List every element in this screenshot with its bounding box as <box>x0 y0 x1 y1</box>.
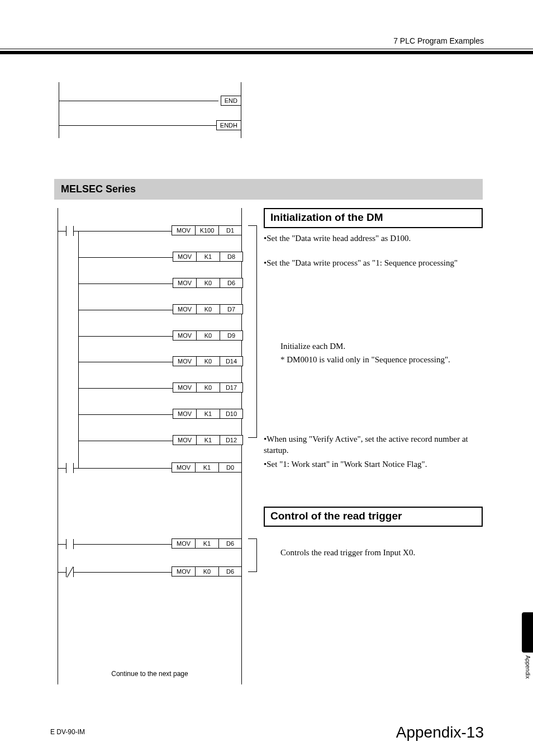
ibox-op: MOV <box>173 252 196 262</box>
ibox-arg1: K100 <box>195 225 218 235</box>
rung: MOV K0 D14 <box>78 362 242 362</box>
rung: MOV K0 D6 <box>78 284 242 284</box>
ibox-arg2: D8 <box>220 252 243 262</box>
chapter-label: 7 PLC Program Examples <box>0 36 533 49</box>
desc-text: •When using "Verify Active", set the act… <box>264 433 483 456</box>
ibox-arg2: D6 <box>220 278 243 288</box>
rung: MOV K0 D6 <box>58 572 241 573</box>
ibox-arg1: K1 <box>196 409 220 419</box>
ibox-arg2: D12 <box>220 435 243 445</box>
section-heading: MELSEC Series <box>54 179 483 200</box>
ibox-arg1: K0 <box>196 382 220 393</box>
ibox-op: MOV <box>173 278 196 288</box>
ladder-main: MOV K100 D1 MOV K1 D8 MOV K0 D6 MOV K0 D… <box>58 208 242 684</box>
ibox-arg2: D0 <box>218 462 242 472</box>
desc-text: •Set the "Data write process" as "1: Seq… <box>264 257 483 268</box>
ibox-arg2: D9 <box>220 330 243 341</box>
ibox-arg2: D6 <box>218 538 242 549</box>
ibox-arg2: D1 <box>218 225 242 235</box>
ibox-op: MOV <box>173 330 196 341</box>
description-column: Initialization of the DM •Set the "Data … <box>264 208 483 560</box>
ibox-op: MOV <box>173 382 196 393</box>
endh-instruction: ENDH <box>216 120 241 130</box>
bracket <box>248 225 257 438</box>
rung: MOV K0 D17 <box>78 388 242 389</box>
instruction-box: MOV K1 D0 <box>172 462 242 472</box>
contact-open <box>66 463 74 473</box>
desc-text: Controls the read trigger from Input X0. <box>280 547 483 558</box>
ladder-top: END ENDH <box>59 82 241 138</box>
desc-text: * DM0010 is valid only in "Sequence proc… <box>280 354 483 365</box>
ibox-op: MOV <box>172 225 195 235</box>
ibox-arg1: K1 <box>195 462 218 472</box>
contact-open <box>66 226 74 236</box>
instruction-box: MOV K1 D6 <box>172 538 242 549</box>
instruction-box: MOV K0 D14 <box>173 356 243 366</box>
desc-text: •Set "1: Work start" in "Work Start Noti… <box>264 459 483 470</box>
ibox-op: MOV <box>172 538 195 549</box>
instruction-box: MOV K0 D9 <box>173 330 243 341</box>
ibox-arg2: D10 <box>220 409 243 419</box>
desc-text: •Set the "Data write head address" as D1… <box>264 233 483 244</box>
rung: MOV K1 D10 <box>78 414 242 415</box>
instruction-box: MOV K0 D7 <box>173 304 243 314</box>
ibox-arg2: D6 <box>218 566 242 577</box>
rung: MOV K1 D12 <box>78 441 242 441</box>
header-rule-thin <box>0 49 533 49</box>
end-instruction: END <box>221 96 241 106</box>
continue-note: Continue to the next page <box>58 670 241 678</box>
ibox-op: MOV <box>173 304 196 314</box>
ibox-op: MOV <box>173 356 196 366</box>
rung: MOV K0 D9 <box>78 336 242 337</box>
desc-text: Initialize each DM. <box>280 341 483 352</box>
footer-doc-id: E DV-90-IM <box>50 728 85 736</box>
ibox-arg1: K0 <box>196 304 220 314</box>
ibox-arg1: K0 <box>196 278 220 288</box>
contact-closed <box>66 567 74 577</box>
rung: MOV K1 D8 <box>78 257 242 258</box>
header-rule-thick <box>0 51 533 54</box>
rung: MOV K1 D6 <box>58 544 241 545</box>
init-title: Initialization of the DM <box>264 208 483 228</box>
ibox-op: MOV <box>173 409 196 419</box>
ibox-arg2: D14 <box>220 356 243 366</box>
ctrl-title: Control of the read trigger <box>264 507 483 527</box>
rung: MOV K100 D1 <box>58 231 241 231</box>
instruction-box: MOV K100 D1 <box>172 225 242 235</box>
ibox-arg2: D17 <box>220 382 243 393</box>
bracket <box>248 538 257 572</box>
ibox-arg1: K1 <box>196 252 220 262</box>
instruction-box: MOV K0 D6 <box>172 566 242 577</box>
ibox-arg1: K0 <box>195 566 218 577</box>
ladder-rail <box>59 125 217 126</box>
ibox-op: MOV <box>172 462 195 472</box>
ladder-vline <box>78 231 79 468</box>
page-header: 7 PLC Program Examples <box>0 36 533 54</box>
ibox-op: MOV <box>173 435 196 445</box>
side-tab <box>522 612 533 653</box>
instruction-box: MOV K1 D10 <box>173 409 243 419</box>
rung: MOV K1 D0 <box>58 468 241 469</box>
ibox-arg1: K1 <box>196 435 220 445</box>
instruction-box: MOV K0 D17 <box>173 382 243 393</box>
rung: MOV K0 D7 <box>78 310 242 310</box>
ibox-op: MOV <box>172 566 195 577</box>
ladder-rail <box>59 101 218 101</box>
instruction-box: MOV K1 D12 <box>173 435 243 445</box>
instruction-box: MOV K1 D8 <box>173 252 243 262</box>
ibox-arg1: K0 <box>196 356 220 366</box>
side-tab-label: Appendix <box>525 655 531 679</box>
instruction-box: MOV K0 D6 <box>173 278 243 288</box>
ibox-arg1: K0 <box>196 330 220 341</box>
ibox-arg2: D7 <box>220 304 243 314</box>
contact-open <box>66 539 74 549</box>
ibox-arg1: K1 <box>195 538 218 549</box>
footer-page-number: Appendix-13 <box>396 724 484 741</box>
